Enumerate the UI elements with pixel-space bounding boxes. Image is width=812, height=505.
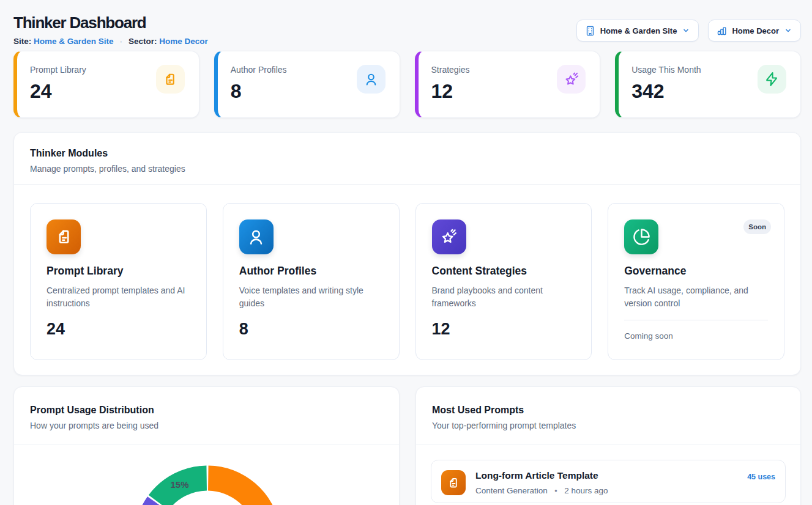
svg-text:15%: 15% [170,479,188,490]
